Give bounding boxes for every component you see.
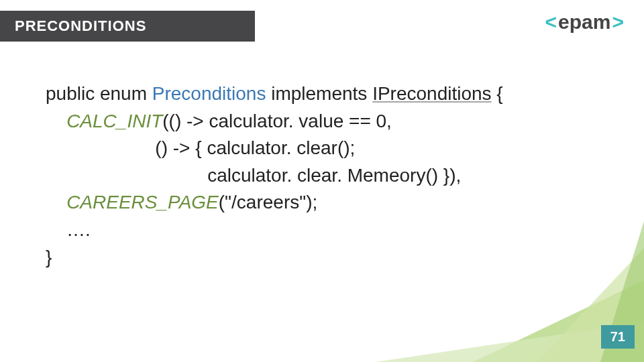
code-line-5: CAREERS_PAGE("/careers"); [46, 189, 617, 217]
svg-marker-0 [473, 280, 644, 362]
code-line-4: calculator. clear. Memeory() }), [46, 162, 617, 190]
code-line-7: } [46, 244, 617, 272]
slide-title-bar: PRECONDITIONS [0, 11, 255, 42]
code-line-3: () -> { calculator. clear(); [46, 135, 617, 162]
epam-logo: < epam > [544, 9, 625, 35]
logo-angle-right-icon: > [612, 11, 624, 34]
slide-title: PRECONDITIONS [15, 17, 146, 35]
code-line-6: …. [46, 217, 617, 244]
code-line-1: public enum Preconditions implements IPr… [46, 80, 617, 108]
page-number: 71 [601, 325, 635, 349]
logo-angle-left-icon: < [545, 11, 557, 34]
code-line-2: CALC_INIT(() -> calculator. value == 0, [46, 108, 617, 135]
logo-text: epam [558, 11, 610, 34]
code-block: public enum Preconditions implements IPr… [46, 80, 617, 271]
